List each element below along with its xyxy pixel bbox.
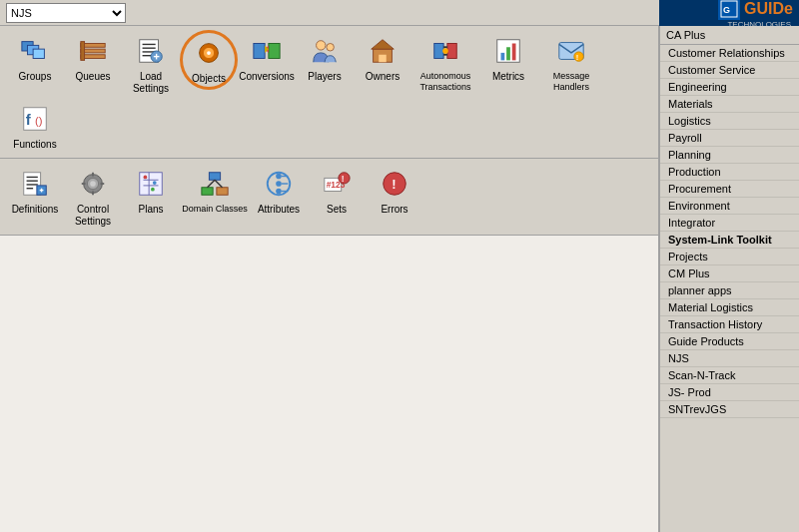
toolbar-item-load-settings[interactable]: Load Settings: [122, 30, 180, 98]
sidebar-item-customer-service[interactable]: Customer Service: [660, 62, 799, 79]
toolbar-item-functions[interactable]: f () Functions: [6, 98, 64, 154]
svg-rect-31: [506, 47, 510, 60]
sidebar-item-planner-apps[interactable]: planner apps: [660, 282, 799, 299]
sidebar-item-scan-n-track[interactable]: Scan-N-Track: [660, 367, 799, 384]
sidebar-item-environment[interactable]: Environment: [660, 198, 799, 215]
queues-icon: [78, 36, 108, 66]
autonomous-transactions-icon: [430, 36, 460, 66]
svg-point-58: [144, 176, 148, 180]
toolbar-item-groups[interactable]: Groups: [6, 30, 64, 86]
top-bar: NJS CA Plus Customer Service G GUIDe TEC…: [0, 0, 799, 26]
sidebar-item-transaction-history[interactable]: Transaction History: [660, 316, 799, 333]
plans-label: Plans: [138, 204, 163, 216]
sidebar-item-projects[interactable]: Projects: [660, 249, 799, 266]
toolbar-item-players[interactable]: Players: [296, 30, 354, 86]
toolbar-item-conversions[interactable]: Conversions: [238, 30, 296, 86]
autonomous-transactions-label: Autonomous Transactions: [413, 71, 477, 93]
owners-label: Owners: [366, 71, 400, 83]
toolbar-item-plans[interactable]: Plans: [122, 163, 180, 219]
logo-text: GUIDe: [744, 0, 793, 18]
sidebar-item-procurement[interactable]: Procurement: [660, 181, 799, 198]
sidebar-item-planning[interactable]: Planning: [660, 147, 799, 164]
owners-icon: [368, 36, 398, 66]
sidebar-item-production[interactable]: Production: [660, 164, 799, 181]
svg-point-69: [276, 189, 282, 195]
load-settings-icon: [136, 36, 166, 66]
svg-point-49: [90, 181, 96, 187]
sidebar-item-guide-products[interactable]: Guide Products: [660, 333, 799, 350]
metrics-label: Metrics: [492, 71, 524, 83]
message-handlers-label: Message Handlers: [539, 71, 603, 93]
svg-point-22: [317, 41, 326, 50]
sidebar-item-cm-plus[interactable]: CM Plus: [660, 266, 799, 282]
toolbar-item-metrics[interactable]: Metrics: [479, 30, 537, 86]
toolbar-row-1: Groups Queues: [0, 26, 658, 159]
errors-icon: !: [380, 169, 409, 199]
toolbar-item-objects[interactable]: Objects: [180, 30, 238, 90]
groups-label: Groups: [19, 71, 52, 83]
sidebar-item-integrator[interactable]: Integrator: [660, 215, 799, 232]
toolbar-item-owners[interactable]: Owners: [354, 30, 411, 86]
sidebar-item-njs[interactable]: NJS: [660, 350, 799, 367]
svg-point-28: [442, 48, 448, 54]
svg-rect-51: [92, 192, 94, 196]
attributes-icon: [264, 169, 294, 199]
sets-icon: #123 !: [322, 169, 352, 199]
svg-rect-21: [269, 44, 280, 59]
right-sidebar: CA Plus Customer RelationshipsCustomer S…: [659, 26, 799, 532]
toolbar-item-domain-classes[interactable]: Domain Classes: [180, 163, 250, 218]
toolbar-item-attributes[interactable]: Attributes: [250, 163, 308, 219]
svg-rect-30: [501, 53, 505, 61]
svg-rect-27: [447, 44, 456, 59]
content-area: [0, 236, 658, 532]
message-handlers-icon: !: [556, 36, 586, 66]
toolbar-item-autonomous-transactions[interactable]: Autonomous Transactions: [411, 30, 479, 96]
sidebar-item-js-prod[interactable]: JS- Prod: [660, 384, 799, 401]
toolbar-item-message-handlers[interactable]: ! Message Handlers: [537, 30, 605, 96]
svg-text:G: G: [723, 5, 730, 15]
groups-icon: [20, 36, 50, 66]
svg-rect-8: [81, 42, 85, 61]
sidebar-item-materials[interactable]: Materials: [660, 96, 799, 113]
svg-point-68: [276, 181, 282, 187]
svg-line-64: [208, 180, 216, 188]
errors-label: Errors: [381, 204, 407, 216]
domain-classes-icon: [200, 169, 230, 199]
toolbar-item-definitions[interactable]: Definitions: [6, 163, 64, 219]
definitions-icon: [20, 169, 50, 199]
svg-line-65: [215, 180, 223, 188]
control-settings-icon: [78, 169, 108, 199]
svg-point-60: [151, 188, 155, 192]
toolbar-item-errors[interactable]: ! Errors: [366, 163, 423, 219]
svg-point-23: [327, 44, 335, 52]
control-settings-label: Control Settings: [66, 204, 120, 228]
svg-rect-63: [217, 188, 228, 196]
players-icon: [310, 36, 340, 66]
logo-sub-text: TECHNOLOGIES: [727, 20, 791, 29]
svg-point-67: [276, 174, 282, 180]
sidebar-item-material-logistics[interactable]: Material Logistics: [660, 299, 799, 316]
sidebar-item-engineering[interactable]: Engineering: [660, 79, 799, 96]
svg-rect-32: [512, 44, 516, 61]
queues-label: Queues: [75, 71, 110, 83]
sidebar-item-payroll[interactable]: Payroll: [660, 130, 799, 147]
sidebar-items-list: Customer RelationshipsCustomer ServiceEn…: [660, 45, 799, 418]
njs-dropdown[interactable]: NJS CA Plus Customer Service: [6, 3, 126, 23]
definitions-label: Definitions: [12, 204, 59, 216]
attributes-label: Attributes: [258, 204, 300, 216]
metrics-icon: [493, 36, 523, 66]
guide-logo-icon: G: [720, 0, 738, 18]
svg-rect-25: [379, 55, 387, 63]
svg-rect-61: [209, 173, 220, 181]
sidebar-item-snt-rev-jgs[interactable]: SNTrevJGS: [660, 401, 799, 418]
svg-rect-62: [202, 188, 213, 196]
toolbar-item-sets[interactable]: #123 ! Sets: [308, 163, 366, 219]
toolbar-item-control-settings[interactable]: Control Settings: [64, 163, 122, 231]
svg-point-19: [207, 51, 211, 55]
svg-rect-54: [140, 173, 163, 196]
toolbar-item-queues[interactable]: Queues: [64, 30, 122, 86]
sidebar-item-customer-relationships[interactable]: Customer Relationships: [660, 45, 799, 62]
sidebar-item-logistics[interactable]: Logistics: [660, 113, 799, 130]
sidebar-item-system-link-toolkit[interactable]: System-Link Toolkit: [660, 232, 799, 249]
svg-rect-20: [254, 44, 265, 59]
